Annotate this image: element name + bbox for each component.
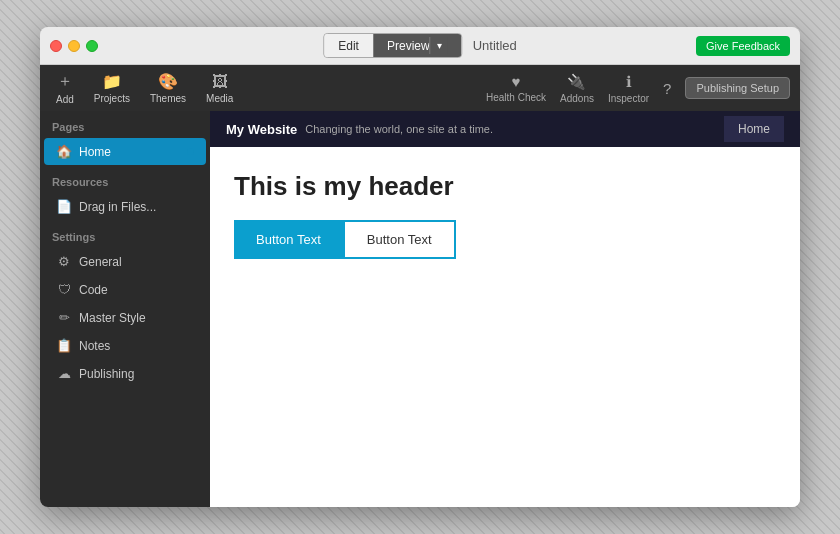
title-bar-center: Edit Preview ▾ Untitled xyxy=(323,33,516,58)
file-icon: 📄 xyxy=(56,199,72,214)
feedback-button[interactable]: Give Feedback xyxy=(696,36,790,56)
publishing-icon: ☁ xyxy=(56,366,72,381)
inspector-tool[interactable]: ℹ Inspector xyxy=(608,73,649,104)
addons-icon: 🔌 xyxy=(567,73,586,91)
page-header: This is my header xyxy=(234,171,776,202)
main-layout: Pages 🏠 Home Resources 📄 Drag in Files..… xyxy=(40,111,800,507)
sidebar-item-drag-files[interactable]: 📄 Drag in Files... xyxy=(44,193,206,220)
preview-button[interactable]: Preview ▾ xyxy=(373,34,462,57)
media-icon: 🖼 xyxy=(212,73,228,91)
preview-chevron-icon[interactable]: ▾ xyxy=(430,37,448,54)
page-content: This is my header Button Text Button Tex… xyxy=(210,147,800,507)
button-outline[interactable]: Button Text xyxy=(343,220,456,259)
home-icon: 🏠 xyxy=(56,144,72,159)
minimize-button[interactable] xyxy=(68,40,80,52)
code-icon: 🛡 xyxy=(56,282,72,297)
toolbar-right: ♥ Health Check 🔌 Addons ℹ Inspector ? Pu… xyxy=(486,73,790,104)
inspector-icon: ℹ xyxy=(626,73,632,91)
help-icon: ? xyxy=(663,80,671,97)
button-primary[interactable]: Button Text xyxy=(234,220,343,259)
settings-section-label: Settings xyxy=(40,221,210,247)
nav-link-home[interactable]: Home xyxy=(724,116,784,142)
themes-icon: 🎨 xyxy=(158,72,178,91)
edit-preview-group: Edit Preview ▾ xyxy=(323,33,462,58)
content-area: My Website Changing the world, one site … xyxy=(210,111,800,507)
sidebar-item-code[interactable]: 🛡 Code xyxy=(44,276,206,303)
edit-button[interactable]: Edit xyxy=(324,34,373,57)
addons-tool[interactable]: 🔌 Addons xyxy=(560,73,594,104)
media-tool[interactable]: 🖼 Media xyxy=(200,69,239,108)
projects-tool[interactable]: 📁 Projects xyxy=(88,68,136,108)
title-bar: Edit Preview ▾ Untitled Give Feedback xyxy=(40,27,800,65)
app-window: Edit Preview ▾ Untitled Give Feedback ＋ … xyxy=(40,27,800,507)
notes-icon: 📋 xyxy=(56,338,72,353)
title-bar-right: Give Feedback xyxy=(696,36,790,56)
resources-section-label: Resources xyxy=(40,166,210,192)
website-nav-links: Home xyxy=(724,116,784,142)
window-title: Untitled xyxy=(473,38,517,53)
website-nav: My Website Changing the world, one site … xyxy=(210,111,800,147)
health-check-tool[interactable]: ♥ Health Check xyxy=(486,73,546,103)
add-icon: ＋ xyxy=(57,71,73,92)
health-check-icon: ♥ xyxy=(512,73,521,90)
publishing-setup-button[interactable]: Publishing Setup xyxy=(685,77,790,99)
sidebar-item-master-style[interactable]: ✏ Master Style xyxy=(44,304,206,331)
add-tool[interactable]: ＋ Add xyxy=(50,67,80,109)
toolbar: ＋ Add 📁 Projects 🎨 Themes 🖼 Media ♥ Heal… xyxy=(40,65,800,111)
website-name: My Website xyxy=(226,122,297,137)
active-dot xyxy=(187,148,194,155)
brush-icon: ✏ xyxy=(56,310,72,325)
sidebar-item-publishing[interactable]: ☁ Publishing xyxy=(44,360,206,387)
close-button[interactable] xyxy=(50,40,62,52)
website-tagline: Changing the world, one site at a time. xyxy=(305,123,493,135)
pages-section-label: Pages xyxy=(40,111,210,137)
help-tool[interactable]: ? xyxy=(663,80,671,97)
sidebar-item-general[interactable]: ⚙ General xyxy=(44,248,206,275)
sidebar: Pages 🏠 Home Resources 📄 Drag in Files..… xyxy=(40,111,210,507)
traffic-lights xyxy=(50,40,98,52)
projects-icon: 📁 xyxy=(102,72,122,91)
gear-icon: ⚙ xyxy=(56,254,72,269)
maximize-button[interactable] xyxy=(86,40,98,52)
sidebar-item-home[interactable]: 🏠 Home xyxy=(44,138,206,165)
button-row: Button Text Button Text xyxy=(234,220,776,259)
themes-tool[interactable]: 🎨 Themes xyxy=(144,68,192,108)
sidebar-item-notes[interactable]: 📋 Notes xyxy=(44,332,206,359)
